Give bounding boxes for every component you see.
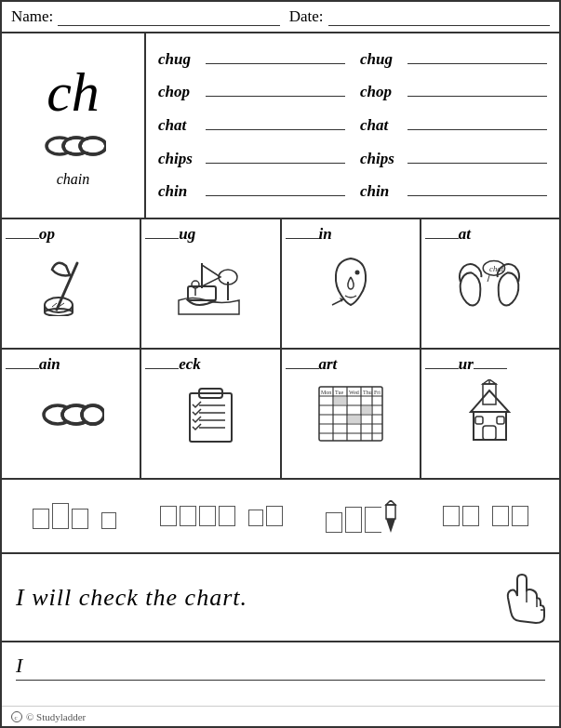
word-line-chop-1: chop xyxy=(158,83,345,101)
grid-row-1: op xyxy=(2,219,559,350)
svg-rect-39 xyxy=(190,393,232,442)
letter-box[interactable] xyxy=(492,506,509,526)
cell-label-in: in xyxy=(286,225,332,244)
cell-label-ain: ain xyxy=(6,355,60,374)
letter-box[interactable] xyxy=(199,506,216,526)
ch-word-label: chain xyxy=(57,171,90,188)
svg-rect-61 xyxy=(362,406,372,415)
svg-text:Fri: Fri xyxy=(374,390,381,395)
checklist-image xyxy=(173,377,247,447)
grid-cell-at: at chat xyxy=(421,219,559,348)
writing-line[interactable]: I xyxy=(16,655,545,681)
name-label: Name: xyxy=(11,7,53,26)
box-group-2 xyxy=(160,506,283,526)
letter-box[interactable] xyxy=(365,507,381,533)
letter-boxes-row xyxy=(2,480,559,554)
date-blank[interactable] xyxy=(328,7,550,26)
chain-image xyxy=(41,120,106,171)
ch-cell: ch chain xyxy=(2,33,146,218)
letter-box[interactable] xyxy=(326,512,342,533)
word-line-chat-1: chat xyxy=(158,116,345,135)
cell-label-eck: eck xyxy=(145,355,201,374)
schedule-image: Mon Tue Wed Thu Fri xyxy=(314,377,388,447)
copyright-icon: c xyxy=(11,711,22,722)
svg-text:Thu: Thu xyxy=(363,390,372,395)
box-group-4 xyxy=(443,506,528,526)
header-row: Name: Date: xyxy=(2,2,559,33)
grid-row-2: ain eck xyxy=(2,350,559,480)
svg-marker-73 xyxy=(386,500,395,505)
cell-label-op: op xyxy=(6,225,55,244)
word-line-chug-2: chug xyxy=(360,50,547,69)
top-section: ch chain chug xyxy=(2,33,559,219)
ch-letters: ch xyxy=(47,64,100,120)
svg-line-28 xyxy=(488,275,489,282)
svg-marker-71 xyxy=(386,519,395,533)
svg-rect-8 xyxy=(83,140,94,152)
grid-cell-eck: eck xyxy=(141,350,281,478)
letter-box[interactable] xyxy=(33,509,49,529)
word-line-chop-2: chop xyxy=(360,83,547,101)
writing-start: I xyxy=(16,654,22,678)
svg-rect-68 xyxy=(483,426,496,440)
letter-box[interactable] xyxy=(443,506,460,526)
name-blank[interactable] xyxy=(58,7,279,26)
cell-label-ug: ug xyxy=(145,225,195,244)
svg-marker-64 xyxy=(471,390,509,412)
letter-box[interactable] xyxy=(248,510,263,526)
grid-cell-op: op xyxy=(2,219,141,348)
word-line-chug-1: chug xyxy=(158,50,345,69)
letter-box[interactable] xyxy=(462,506,479,526)
axe-image xyxy=(33,247,108,317)
boat-image xyxy=(173,247,247,317)
svg-rect-6 xyxy=(66,140,77,152)
chin-image xyxy=(314,247,388,317)
letter-box[interactable] xyxy=(180,506,196,526)
svg-rect-69 xyxy=(475,417,483,424)
svg-text:Tue: Tue xyxy=(335,390,343,395)
letter-box[interactable] xyxy=(512,506,528,526)
heads-image: chat xyxy=(453,247,528,317)
words-section: chug chop chat chips chin xyxy=(146,33,559,218)
svg-text:Mon: Mon xyxy=(321,390,331,395)
church-image xyxy=(453,377,528,447)
cell-label-art: art xyxy=(286,355,338,374)
letter-box[interactable] xyxy=(345,507,362,533)
svg-line-15 xyxy=(52,303,57,307)
hand-pointing-icon xyxy=(494,570,545,626)
grid-cell-ur: ur xyxy=(421,350,559,478)
worksheet-page: Name: Date: ch chain xyxy=(0,0,561,728)
words-col-1: chug chop chat chips chin xyxy=(151,43,353,208)
grid-cell-art: art Mon Tue xyxy=(282,350,421,478)
sentence-text: I will check the chart. xyxy=(16,584,494,612)
word-line-chin-1: chin xyxy=(158,182,345,201)
letter-box[interactable] xyxy=(72,509,88,529)
pencil-cursor-icon xyxy=(382,500,399,533)
grid-cell-ug: ug xyxy=(141,219,281,348)
svg-text:chat: chat xyxy=(489,264,504,273)
chain2-image xyxy=(33,377,108,447)
word-line-chips-1: chips xyxy=(158,150,345,168)
svg-point-23 xyxy=(354,270,359,274)
svg-rect-60 xyxy=(334,397,347,405)
sentence-row: I will check the chart. xyxy=(2,554,559,642)
word-line-chips-2: chips xyxy=(360,150,547,168)
letter-box[interactable] xyxy=(160,506,177,526)
cell-label-ur: ur xyxy=(425,355,507,374)
words-col-2: chug chop chat chips chin xyxy=(353,43,554,208)
footer: c © Studyladder xyxy=(2,706,559,726)
cell-label-at: at xyxy=(425,225,471,244)
date-label: Date: xyxy=(289,7,324,26)
svg-rect-62 xyxy=(348,416,361,424)
word-line-chin-2: chin xyxy=(360,182,547,201)
letter-box[interactable] xyxy=(219,506,235,526)
letter-box[interactable] xyxy=(101,512,116,529)
svg-text:Wed: Wed xyxy=(349,390,359,395)
box-group-1 xyxy=(33,503,116,529)
footer-brand: © Studyladder xyxy=(26,711,86,722)
box-group-3 xyxy=(326,500,399,533)
writing-row: I xyxy=(2,642,559,706)
letter-box[interactable] xyxy=(266,506,283,526)
letter-box[interactable] xyxy=(52,503,69,529)
grid-cell-in: in xyxy=(282,219,421,348)
